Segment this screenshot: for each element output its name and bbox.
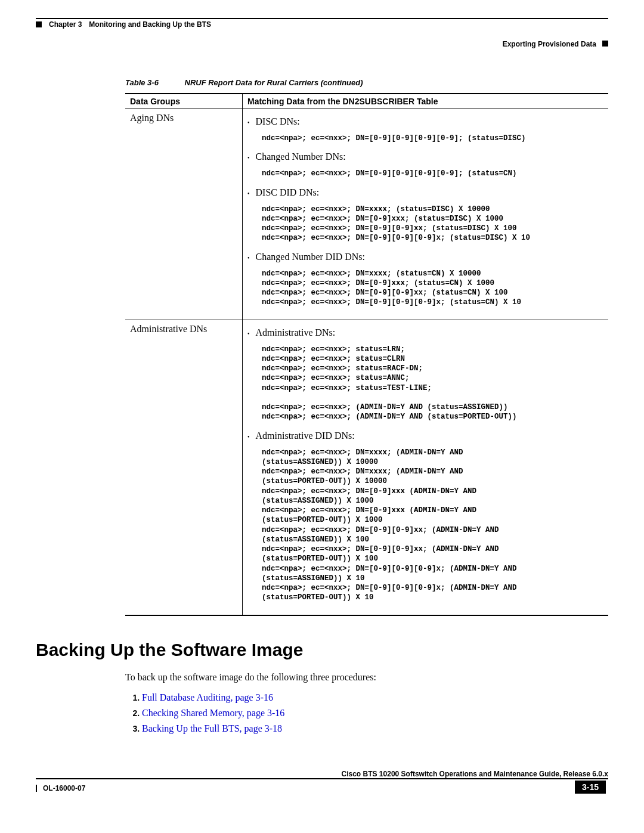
code-block: ndc=<npa>; ec=<nxx>; DN=xxxx; (status=DI…: [262, 205, 603, 243]
footer-bar-icon: [36, 785, 37, 792]
list-item: Full Database Auditing, page 3-16: [142, 692, 608, 703]
table-number: Table 3-6: [125, 78, 159, 87]
code-block: ndc=<npa>; ec=<nxx>; DN=[0-9][0-9][0-9][…: [262, 134, 603, 143]
link-full-db-audit[interactable]: Full Database Auditing, page 3-16: [142, 692, 273, 702]
footer-guide-title: Cisco BTS 10200 Softswitch Operations an…: [36, 770, 608, 778]
table-row: Administrative DNs •Administrative DNs: …: [125, 320, 608, 615]
page-footer: OL-16000-07 3-15: [36, 781, 608, 794]
section-marker-icon: [602, 41, 608, 47]
link-check-shared-mem[interactable]: Checking Shared Memory, page 3-16: [142, 708, 284, 718]
data-group-aging: Aging DNs: [125, 109, 243, 320]
code-block: ndc=<npa>; ec=<nxx>; DN=xxxx; (ADMIN-DN=…: [262, 448, 603, 603]
col-header-matching: Matching Data from the DN2SUBSCRIBER Tab…: [243, 94, 609, 109]
header-marker-icon: [36, 21, 42, 27]
doc-number: OL-16000-07: [43, 784, 85, 792]
list-item: •DISC DID DNs:: [247, 187, 603, 200]
intro-paragraph: To back up the software image do the fol…: [125, 672, 608, 683]
procedure-list: Full Database Auditing, page 3-16 Checki…: [125, 692, 608, 734]
link-backup-full-bts[interactable]: Backing Up the Full BTS, page 3-18: [142, 723, 282, 733]
list-item: Checking Shared Memory, page 3-16: [142, 708, 608, 719]
code-block: ndc=<npa>; ec=<nxx>; status=LRN; ndc=<np…: [262, 345, 603, 422]
list-item: •Changed Number DID DNs:: [247, 252, 603, 264]
section-name: Exporting Provisioned Data: [503, 40, 596, 48]
page-number: 3-15: [575, 781, 606, 794]
section-heading: Backing Up the Software Image: [36, 640, 608, 660]
table-caption: Table 3-6 NRUF Report Data for Rural Car…: [125, 78, 608, 87]
table-title: NRUF Report Data for Rural Carriers (con…: [185, 78, 363, 87]
code-block: ndc=<npa>; ec=<nxx>; DN=xxxx; (status=CN…: [262, 269, 603, 308]
list-item: Backing Up the Full BTS, page 3-18: [142, 723, 608, 734]
list-item: •Changed Number DNs:: [247, 151, 603, 164]
chapter-title: Monitoring and Backing Up the BTS: [89, 20, 211, 29]
list-item: •Administrative DNs:: [247, 327, 603, 340]
chapter-label: Chapter 3: [49, 20, 82, 29]
page-header: Chapter 3 Monitoring and Backing Up the …: [36, 20, 608, 29]
code-block: ndc=<npa>; ec=<nxx>; DN=[0-9][0-9][0-9][…: [262, 169, 603, 178]
list-item: •DISC DNs:: [247, 116, 603, 129]
data-group-admin: Administrative DNs: [125, 320, 243, 615]
list-item: •Administrative DID DNs:: [247, 431, 603, 443]
nruf-report-table: Data Groups Matching Data from the DN2SU…: [125, 93, 608, 616]
table-row: Aging DNs •DISC DNs: ndc=<npa>; ec=<nxx>…: [125, 109, 608, 320]
col-header-groups: Data Groups: [125, 94, 243, 109]
